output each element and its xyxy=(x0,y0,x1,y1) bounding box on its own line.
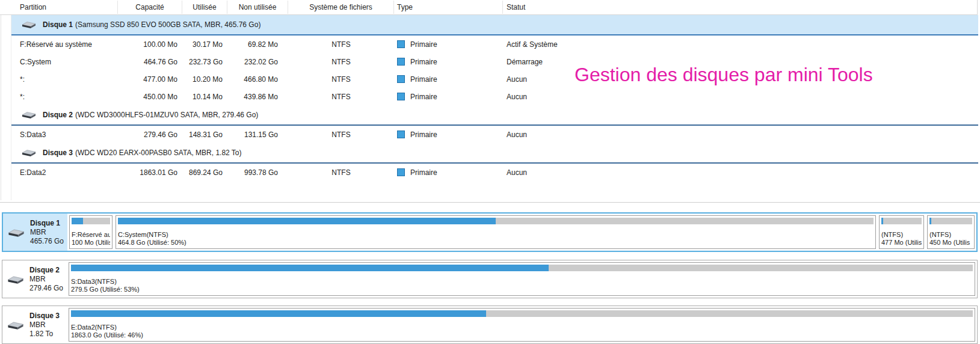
cell-type-label: Primaire xyxy=(410,168,437,177)
partition-list: Disque 1(Samsung SSD 850 EVO 500GB SATA,… xyxy=(0,15,980,181)
partition-row[interactable]: S:Data3279.46 Go148.31 Go131.15 GoNTFSPr… xyxy=(0,126,980,143)
disk-drive-icon xyxy=(7,228,25,238)
partition-block-label: F:Réservé au s xyxy=(72,231,110,239)
usage-bar-fill xyxy=(72,218,83,224)
usage-bar xyxy=(881,218,922,224)
disk-info-text: Disque 3MBR1.82 To xyxy=(29,312,60,339)
partition-row[interactable]: E:Data21863.01 Go869.24 Go993.78 GoNTFSP… xyxy=(0,164,980,181)
usage-bar xyxy=(71,310,973,317)
partition-row[interactable]: F:Réservé au système100.00 Mo30.17 Mo69.… xyxy=(0,35,980,53)
cell-status: Aucun xyxy=(503,168,980,177)
cell-used: 10.20 Mo xyxy=(182,75,227,84)
partition-block-size: 1863.0 Go (Utilisé: 46%) xyxy=(71,331,973,339)
table-indent-line xyxy=(11,0,11,200)
usage-bar-fill xyxy=(71,265,549,271)
partition-table: PartitionCapacitéUtiliséeNon utiliséeSys… xyxy=(0,0,980,181)
cell-type: Primaire xyxy=(394,40,503,49)
primary-partition-icon xyxy=(397,75,405,83)
partition-block[interactable]: (NTFS)450 Mo (Utilis xyxy=(927,215,975,249)
disk-size: 279.46 Go xyxy=(29,284,63,293)
usage-bar xyxy=(72,218,110,224)
disk-map-info[interactable]: Disque 2MBR279.46 Go xyxy=(2,260,67,298)
disk-name: Disque 3 xyxy=(29,312,60,321)
disk-map-info[interactable]: Disque 3MBR1.82 To xyxy=(2,306,67,343)
cell-filesystem: NTFS xyxy=(288,131,394,139)
cell-capacity: 1863.01 Go xyxy=(118,168,182,177)
cell-filesystem: NTFS xyxy=(288,58,394,66)
partition-row[interactable]: *:450.00 Mo10.14 Mo439.86 MoNTFSPrimaire… xyxy=(0,88,980,105)
cell-type: Primaire xyxy=(394,75,503,84)
cell-unused: 232.02 Go xyxy=(227,58,288,66)
usage-bar-fill xyxy=(118,218,496,224)
disk-drive-icon xyxy=(21,20,37,29)
cell-partition-label: C:System xyxy=(0,58,118,66)
primary-partition-icon xyxy=(397,168,405,176)
disk-group-header[interactable]: Disque 2(WDC WD3000HLFS-01MZUV0 SATA, MB… xyxy=(11,105,978,126)
cell-type: Primaire xyxy=(394,93,503,101)
column-header-unused: Non utilisée xyxy=(227,1,288,14)
usage-bar-fill xyxy=(929,218,931,224)
table-left-border xyxy=(1,0,1,200)
cell-type: Primaire xyxy=(394,168,503,177)
partition-block-label: E:Data2(NTFS) xyxy=(71,324,973,331)
cell-status: Actif & Système xyxy=(503,40,980,49)
cell-partition-label: F:Réservé au système xyxy=(0,40,118,49)
spacer xyxy=(929,224,972,231)
partition-block-size: 450 Mo (Utilis xyxy=(929,239,972,247)
disk-map-row[interactable]: Disque 3MBR1.82 ToE:Data2(NTFS)1863.0 Go… xyxy=(2,306,978,344)
usage-bar-fill xyxy=(71,310,486,317)
usage-bar xyxy=(118,218,874,224)
cell-type-label: Primaire xyxy=(410,40,437,49)
disk-group-header[interactable]: Disque 3(WDC WD20 EARX-00PASB0 SATA, MBR… xyxy=(11,143,978,164)
partition-block[interactable]: C:System(NTFS)464.8 Go (Utilisé: 50%) xyxy=(116,215,876,249)
disk-info-text: Disque 1MBR465.76 Go xyxy=(30,219,64,246)
column-header-partition: Partition xyxy=(0,1,118,14)
disk-name: Disque 1 xyxy=(30,219,64,228)
cell-type-label: Primaire xyxy=(410,131,437,139)
disk-size: 465.76 Go xyxy=(30,237,64,246)
partition-block[interactable]: (NTFS)477 Mo (Utilis xyxy=(879,215,924,249)
usage-bar xyxy=(71,265,973,271)
disk-drive-icon xyxy=(7,321,25,330)
cell-status: Aucun xyxy=(503,131,980,139)
cell-type-label: Primaire xyxy=(410,93,437,101)
disk-group-title: Disque 3 xyxy=(43,149,73,157)
disk-group-details: (Samsung SSD 850 EVO 500GB SATA, MBR, 46… xyxy=(75,20,260,29)
disk-scheme: MBR xyxy=(30,228,64,237)
cell-type: Primaire xyxy=(394,58,503,66)
disk-map-partitions: E:Data2(NTFS)1863.0 Go (Utilisé: 46%) xyxy=(67,306,977,343)
partition-block[interactable]: E:Data2(NTFS)1863.0 Go (Utilisé: 46%) xyxy=(69,308,975,342)
cell-partition-label: S:Data3 xyxy=(0,131,118,139)
cell-used: 10.14 Mo xyxy=(182,93,227,101)
cell-capacity: 477.00 Mo xyxy=(118,75,182,84)
column-header-capacity: Capacité xyxy=(118,1,182,14)
partition-block-size: 100 Mo (Utilis xyxy=(72,239,110,247)
cell-partition-label: *: xyxy=(0,75,118,84)
disk-map-info[interactable]: Disque 1MBR465.76 Go xyxy=(3,213,67,251)
usage-bar xyxy=(929,218,972,224)
cell-capacity: 450.00 Mo xyxy=(118,93,182,101)
cell-partition-label: *: xyxy=(0,93,118,101)
spacer xyxy=(71,317,973,324)
cell-partition-label: E:Data2 xyxy=(0,168,118,177)
disk-group-title: Disque 1 xyxy=(43,20,73,29)
disk-name: Disque 2 xyxy=(29,266,63,275)
disk-group-header[interactable]: Disque 1(Samsung SSD 850 EVO 500GB SATA,… xyxy=(11,15,978,35)
column-header-type: Type xyxy=(394,1,503,14)
cell-unused: 466.80 Mo xyxy=(227,75,288,84)
disk-info-text: Disque 2MBR279.46 Go xyxy=(29,266,63,293)
disk-scheme: MBR xyxy=(29,321,60,330)
primary-partition-icon xyxy=(397,40,405,48)
disk-map-row[interactable]: Disque 1MBR465.76 GoF:Réservé au s100 Mo… xyxy=(2,212,978,252)
spacer xyxy=(72,224,110,231)
usage-bar-fill xyxy=(881,218,883,224)
partition-block-size: 477 Mo (Utilis xyxy=(881,239,922,247)
cell-unused: 993.78 Go xyxy=(227,168,288,177)
disk-map-partitions: F:Réservé au s100 Mo (UtilisC:System(NTF… xyxy=(67,213,976,251)
partition-block[interactable]: F:Réservé au s100 Mo (Utilis xyxy=(69,215,112,249)
disk-scheme: MBR xyxy=(29,275,63,284)
disk-map-row[interactable]: Disque 2MBR279.46 GoS:Data3(NTFS)279.5 G… xyxy=(2,260,978,298)
partition-block[interactable]: S:Data3(NTFS)279.5 Go (Utilisé: 53%) xyxy=(69,262,975,296)
column-header-status: Statut xyxy=(503,1,977,14)
spacer xyxy=(881,224,922,231)
